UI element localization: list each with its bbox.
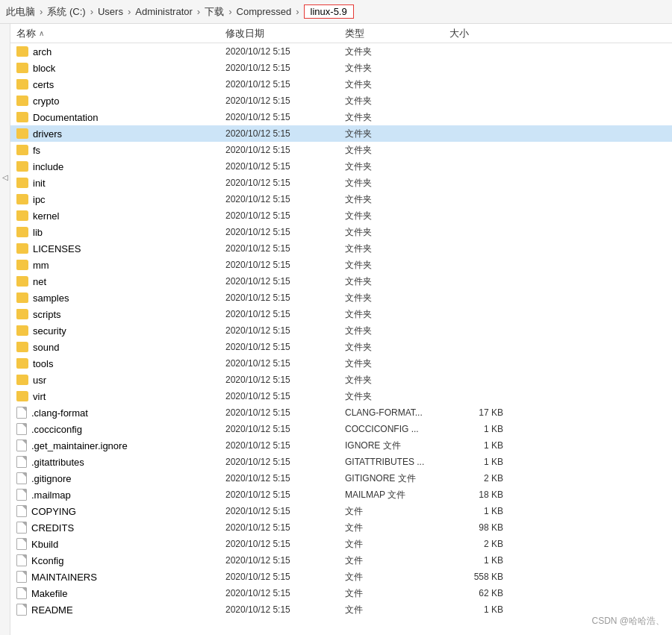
file-row[interactable]: Kbuild 2020/10/12 5:15 文件 2 KB	[10, 536, 672, 552]
file-list-area[interactable]: 名称 ∧ 修改日期 类型 大小 arch 2020/10/12 5:15 文件夹…	[10, 24, 672, 635]
folder-icon	[16, 128, 28, 139]
folder-date: 2020/10/12 5:15	[225, 358, 345, 369]
folder-date: 2020/10/12 5:15	[225, 243, 345, 254]
address-part-2[interactable]: Users	[98, 6, 123, 17]
folder-name: virt	[33, 391, 46, 402]
folder-name: arch	[33, 46, 52, 57]
file-date: 2020/10/12 5:15	[225, 522, 345, 533]
file-date: 2020/10/12 5:15	[225, 555, 345, 566]
folder-date: 2020/10/12 5:15	[225, 276, 345, 287]
folder-type: 文件夹	[345, 259, 449, 272]
folder-row[interactable]: crypto 2020/10/12 5:15 文件夹	[10, 93, 672, 109]
folder-type: 文件夹	[345, 226, 449, 239]
folder-row[interactable]: drivers 2020/10/12 5:15 文件夹	[10, 125, 672, 142]
address-part-0[interactable]: 此电脑	[6, 5, 35, 19]
folder-name: net	[33, 276, 46, 287]
col-size-label: 大小	[449, 28, 469, 39]
folder-row[interactable]: certs 2020/10/12 5:15 文件夹	[10, 76, 672, 93]
folder-icon	[16, 161, 28, 172]
folder-type: 文件夹	[345, 95, 449, 107]
sidebar-arrow: ◁	[0, 24, 10, 635]
file-row[interactable]: .get_maintainer.ignore 2020/10/12 5:15 I…	[10, 437, 672, 454]
folder-date: 2020/10/12 5:15	[225, 145, 345, 155]
folder-row[interactable]: samples 2020/10/12 5:15 文件夹	[10, 290, 672, 306]
address-part-1[interactable]: 系统 (C:)	[47, 5, 85, 19]
address-part-3[interactable]: Administrator	[135, 6, 193, 17]
folder-row[interactable]: scripts 2020/10/12 5:15 文件夹	[10, 306, 672, 322]
file-row[interactable]: README 2020/10/12 5:15 文件 1 KB	[10, 601, 672, 618]
file-row[interactable]: Makefile 2020/10/12 5:15 文件 62 KB	[10, 585, 672, 601]
file-name: .gitignore	[31, 473, 71, 484]
file-icon	[16, 440, 27, 451]
file-type: 文件	[345, 604, 449, 616]
folder-row[interactable]: fs 2020/10/12 5:15 文件夹	[10, 142, 672, 158]
file-type: 文件	[345, 587, 449, 600]
folder-row[interactable]: tools 2020/10/12 5:15 文件夹	[10, 355, 672, 372]
address-current[interactable]: linux-5.9	[304, 4, 354, 19]
folder-type: 文件夹	[345, 193, 449, 206]
file-row[interactable]: COPYING 2020/10/12 5:15 文件 1 KB	[10, 503, 672, 519]
file-row[interactable]: .clang-format 2020/10/12 5:15 CLANG-FORM…	[10, 404, 672, 421]
folder-row[interactable]: usr 2020/10/12 5:15 文件夹	[10, 372, 672, 388]
file-size: 1 KB	[449, 457, 509, 467]
file-name: CREDITS	[31, 522, 74, 534]
folder-icon	[16, 112, 28, 122]
file-type: 文件	[345, 505, 449, 518]
file-type: MAILMAP 文件	[345, 489, 449, 501]
file-name: .cocciconfig	[31, 424, 82, 435]
file-type: 文件	[345, 571, 449, 584]
folder-icon	[16, 194, 28, 204]
folder-icon	[16, 309, 28, 319]
folder-icon	[16, 210, 28, 221]
folder-date: 2020/10/12 5:15	[225, 260, 345, 270]
file-row[interactable]: .gitignore 2020/10/12 5:15 GITIGNORE 文件 …	[10, 470, 672, 487]
folder-name: samples	[33, 293, 69, 304]
file-icon	[16, 554, 27, 566]
folder-row[interactable]: lib 2020/10/12 5:15 文件夹	[10, 224, 672, 240]
folder-row[interactable]: net 2020/10/12 5:15 文件夹	[10, 273, 672, 290]
folder-row[interactable]: kernel 2020/10/12 5:15 文件夹	[10, 207, 672, 224]
folder-row[interactable]: arch 2020/10/12 5:15 文件夹	[10, 43, 672, 60]
file-size: 2 KB	[449, 539, 509, 549]
folder-date: 2020/10/12 5:15	[225, 210, 345, 221]
folder-name: Documentation	[33, 112, 98, 123]
folder-row[interactable]: block 2020/10/12 5:15 文件夹	[10, 60, 672, 76]
file-row[interactable]: CREDITS 2020/10/12 5:15 文件 98 KB	[10, 519, 672, 536]
folder-row[interactable]: Documentation 2020/10/12 5:15 文件夹	[10, 109, 672, 125]
file-date: 2020/10/12 5:15	[225, 407, 345, 418]
collapse-arrow-icon[interactable]: ◁	[2, 173, 8, 181]
folder-name: kernel	[33, 210, 59, 222]
file-name: .mailmap	[31, 489, 71, 501]
folder-row[interactable]: mm 2020/10/12 5:15 文件夹	[10, 257, 672, 273]
folder-row[interactable]: include 2020/10/12 5:15 文件夹	[10, 158, 672, 175]
file-size: 98 KB	[449, 522, 509, 533]
folder-row[interactable]: sound 2020/10/12 5:15 文件夹	[10, 339, 672, 355]
folder-date: 2020/10/12 5:15	[225, 128, 345, 139]
file-date: 2020/10/12 5:15	[225, 457, 345, 467]
folder-icon	[16, 46, 28, 57]
main-container: ◁ 名称 ∧ 修改日期 类型 大小 arch 2020/10/12 5:15	[0, 24, 672, 635]
folder-row[interactable]: ipc 2020/10/12 5:15 文件夹	[10, 191, 672, 207]
file-row[interactable]: .mailmap 2020/10/12 5:15 MAILMAP 文件 18 K…	[10, 487, 672, 503]
folder-row[interactable]: security 2020/10/12 5:15 文件夹	[10, 322, 672, 339]
address-part-5[interactable]: Compressed	[237, 6, 292, 17]
folder-row[interactable]: init 2020/10/12 5:15 文件夹	[10, 175, 672, 191]
col-date-label: 修改日期	[225, 28, 264, 39]
file-row[interactable]: Kconfig 2020/10/12 5:15 文件 1 KB	[10, 552, 672, 569]
file-row[interactable]: MAINTAINERS 2020/10/12 5:15 文件 558 KB	[10, 569, 672, 585]
folder-type: 文件夹	[345, 243, 449, 255]
file-row[interactable]: .gitattributes 2020/10/12 5:15 GITATTRIB…	[10, 454, 672, 470]
folder-type: 文件夹	[345, 275, 449, 288]
folder-row[interactable]: LICENSES 2020/10/12 5:15 文件夹	[10, 240, 672, 257]
address-bar: 此电脑 › 系统 (C:) › Users › Administrator › …	[0, 0, 672, 24]
address-part-4[interactable]: 下载	[205, 5, 224, 19]
folder-row[interactable]: virt 2020/10/12 5:15 文件夹	[10, 388, 672, 404]
file-date: 2020/10/12 5:15	[225, 539, 345, 549]
file-icon	[16, 522, 27, 534]
file-row[interactable]: .cocciconfig 2020/10/12 5:15 COCCICONFIG…	[10, 421, 672, 437]
file-size: 1 KB	[449, 604, 509, 615]
file-date: 2020/10/12 5:15	[225, 440, 345, 451]
file-type: 文件	[345, 522, 449, 534]
folder-type: 文件夹	[345, 374, 449, 387]
folder-icon	[16, 342, 28, 352]
